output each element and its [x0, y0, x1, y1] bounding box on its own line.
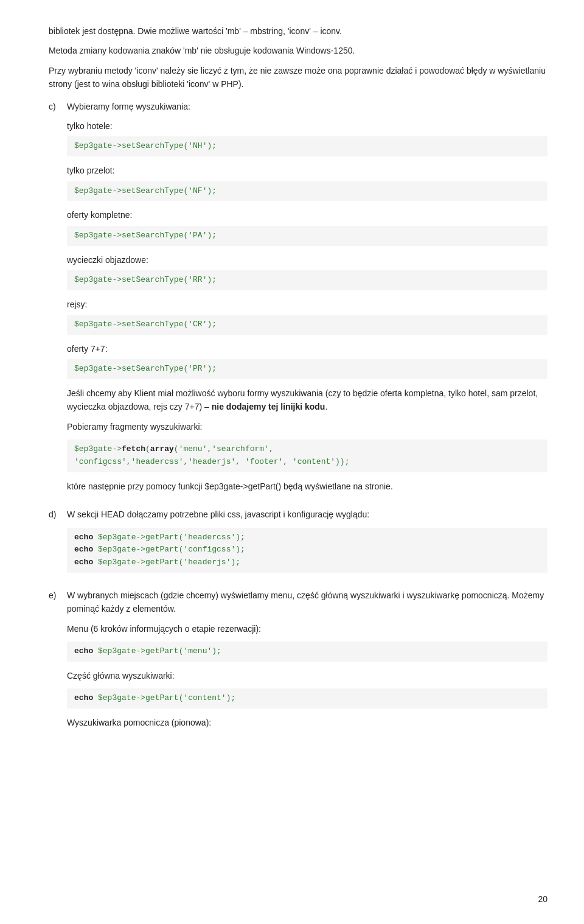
- code-pr: $ep3gate->setSearchType('PR');: [67, 359, 548, 379]
- section-c-letter: c): [49, 100, 67, 500]
- search-type-pa: oferty kompletne: $ep3gate->setSearchTyp…: [67, 208, 548, 245]
- section-c-note2: Pobieramy fragmenty wyszukiwarki:: [67, 420, 548, 433]
- section-d-intro: W sekcji HEAD dołączamy potrzebne pliki …: [67, 508, 548, 521]
- section-e-main-label: Część główna wyszukiwarki:: [67, 669, 548, 682]
- code-pa: $ep3gate->setSearchType('PA');: [67, 226, 548, 246]
- search-type-rr: wycieczki objazdowe: $ep3gate->setSearch…: [67, 253, 548, 290]
- search-type-cr: rejsy: $ep3gate->setSearchType('CR');: [67, 298, 548, 335]
- note1-post: .: [325, 402, 327, 411]
- section-e-intro: W wybranych miejscach (gdzie chcemy) wyś…: [67, 589, 548, 616]
- section-c-content: Wybieramy formę wyszukiwania: tylko hote…: [67, 100, 548, 500]
- code-rr: $ep3gate->setSearchType('RR');: [67, 270, 548, 290]
- section-e-main-code: echo $ep3gate->getPart('content');: [67, 688, 548, 709]
- section-e: e) W wybranych miejscach (gdzie chcemy) …: [49, 589, 548, 736]
- search-type-pr: oferty 7+7: $ep3gate->setSearchType('PR'…: [67, 342, 548, 379]
- code-nf: $ep3gate->setSearchType('NF');: [67, 181, 548, 201]
- code-nh: $ep3gate->setSearchType('NH');: [67, 136, 548, 156]
- intro-block: bibliotek jest dostępna. Dwie możliwe wa…: [49, 24, 548, 91]
- label-pa: oferty kompletne:: [67, 208, 548, 222]
- label-cr: rejsy:: [67, 298, 548, 311]
- section-c-intro: Wybieramy formę wyszukiwania:: [67, 100, 548, 113]
- label-rr: wycieczki objazdowe:: [67, 253, 548, 267]
- section-e-letter: e): [49, 589, 67, 736]
- intro-para3: Przy wybraniu metody 'iconv' należy sie …: [49, 64, 548, 91]
- label-pr: oferty 7+7:: [67, 342, 548, 355]
- section-d: d) W sekcji HEAD dołączamy potrzebne pli…: [49, 508, 548, 580]
- section-e-sidebar-label: Wyszukiwarka pomocnicza (pionowa):: [67, 716, 548, 729]
- section-e-menu-code: echo $ep3gate->getPart('menu');: [67, 642, 548, 662]
- section-e-menu-label: Menu (6 kroków informujących o etapie re…: [67, 622, 548, 635]
- search-type-nf: tylko przelot: $ep3gate->setSearchType('…: [67, 164, 548, 201]
- label-nf: tylko przelot:: [67, 164, 548, 177]
- search-type-nh: tylko hotele: $ep3gate->setSearchType('N…: [67, 119, 548, 156]
- section-d-content: W sekcji HEAD dołączamy potrzebne pliki …: [67, 508, 548, 580]
- code-cr: $ep3gate->setSearchType('CR');: [67, 315, 548, 335]
- section-d-code: echo $ep3gate->getPart('headercss'); ech…: [67, 528, 548, 573]
- label-nh: tylko hotele:: [67, 119, 548, 133]
- intro-para1: bibliotek jest dostępna. Dwie możliwe wa…: [49, 24, 548, 38]
- section-e-content: W wybranych miejscach (gdzie chcemy) wyś…: [67, 589, 548, 736]
- section-c: c) Wybieramy formę wyszukiwania: tylko h…: [49, 100, 548, 500]
- section-c-note1: Jeśli chcemy aby Klient miał możliwość w…: [67, 387, 548, 414]
- note1-bold: nie dodajemy tej linijki kodu: [212, 402, 325, 411]
- content-area: bibliotek jest dostępna. Dwie możliwe wa…: [49, 24, 548, 736]
- section-d-letter: d): [49, 508, 67, 580]
- section-c-fetch-note: które następnie przy pomocy funkcji $ep3…: [67, 480, 548, 493]
- fetch-code: $ep3gate->fetch(array('menu','searchform…: [67, 439, 548, 472]
- intro-para2: Metoda zmiany kodowania znaków 'mb' nie …: [49, 44, 548, 57]
